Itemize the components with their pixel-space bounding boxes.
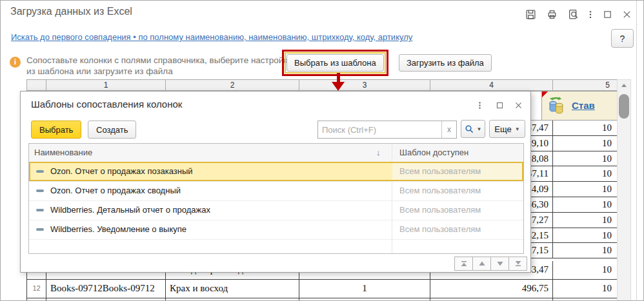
template-access: Всем пользователям [399,220,481,239]
search-input[interactable] [318,121,438,138]
rate-cell: 10 [552,136,617,151]
list-navigation [455,257,527,271]
search-icon [465,124,474,133]
search-clear-button[interactable]: x [441,121,456,138]
go-first-button[interactable] [454,257,473,271]
rate-cell: 10 [552,197,617,213]
search-options-button[interactable]: ▼ [461,120,485,138]
template-name: Wildberries. Уведомление о выкупе [50,220,186,239]
bg-table-row[interactable]: 12Books-09712Books-09712Крах и восход149… [1,280,617,298]
bg-table-row[interactable] [1,298,617,301]
go-down-button[interactable] [490,257,509,271]
close-icon [514,101,523,110]
rate-cell: 10 [552,166,617,182]
name-column-header[interactable]: Наименование [34,144,92,162]
sort-descending-icon: ↓ [376,144,381,162]
qty-cell [299,298,430,301]
template-access: Всем пользователям [399,162,481,181]
template-row-2[interactable]: Ozon. Отчет о продажах сводныйВсем польз… [29,181,523,201]
bg-column-header-2[interactable]: 2 [165,79,299,91]
code-cell: Books-09712Books-09712 [46,280,165,298]
templates-dialog: Шаблоны сопоставления колонок Выбрать Со… [20,91,531,273]
select-from-template-button[interactable]: Выбрать из шаблона [287,54,384,72]
close-button[interactable] [620,8,633,21]
rate-cell: 10 [552,121,617,136]
template-dash-icon [36,228,44,231]
dialog-maximize-button[interactable] [494,99,505,111]
more-actions-button[interactable]: Еще ▼ [489,120,525,138]
template-access: Всем пользователям [399,200,481,220]
rownum-cell: 12 [26,280,46,298]
rate-cell: 10 [552,261,617,280]
amount-cell [430,298,552,301]
info-message-line1: Сопоставьте колонки с полями справочника… [26,55,292,66]
bg-column-header-3[interactable]: 3 [299,79,430,91]
rate-cell [552,298,617,301]
print-button[interactable] [545,8,558,21]
template-row-4[interactable]: Wildberries. Уведомление о выкупеВсем по… [29,220,523,240]
code-cell [46,298,165,301]
title-cell [165,298,299,301]
search-field: x [317,121,457,139]
bg-column-header-rownum[interactable] [26,79,46,91]
info-icon: i [10,57,21,68]
template-dash-icon [36,189,44,192]
annotation-highlight-box: Выбрать из шаблона [282,50,388,76]
template-name: Ozon. Отчет о продажах сводный [50,181,181,200]
title-cell: Крах и восход [165,280,299,298]
templates-table-header: Наименование ↓ Шаблон доступен [29,144,523,162]
scrollbar-thumb[interactable] [619,94,629,119]
maximize-icon [496,101,504,110]
template-row-3[interactable]: Wildberries. Детальный отчет о продажахВ… [29,200,523,220]
rate-cell: 10 [552,213,617,228]
template-access: Всем пользователям [399,181,481,200]
dialog-create-button[interactable]: Создать [88,121,136,139]
save-button[interactable] [524,8,537,21]
more-menu-button[interactable] [586,8,595,21]
dialog-select-button[interactable]: Выбрать [31,121,81,139]
qty-cell: 1 [299,280,430,298]
close-icon [622,10,632,19]
default-button-ring: Выбрать из шаблона [285,52,386,73]
preview-button[interactable] [567,8,579,21]
mapped-field-link[interactable]: Став [572,100,595,111]
rate-cell: 10 [552,243,617,258]
go-first-icon [460,260,468,267]
template-name: Ozon. Отчет о продажах позаказный [50,162,193,181]
bg-column-header-4[interactable]: 4 [430,79,553,91]
print-icon [547,9,558,20]
rate-cell: 10 [552,280,617,298]
bg-column-header-5[interactable]: 5 [552,79,617,91]
dialog-more-button[interactable] [474,99,485,111]
load-from-file-button[interactable]: Загрузить из файла [399,54,492,72]
help-button[interactable]: ? [611,29,634,48]
go-last-button[interactable] [508,257,527,271]
vertical-scrollbar[interactable] [617,79,631,301]
go-down-icon [496,260,504,267]
access-column-header[interactable]: Шаблон доступен [399,144,468,162]
dialog-close-button[interactable] [512,99,524,111]
template-dash-icon [36,209,44,211]
chevron-down-icon: ▼ [515,126,520,132]
scroll-up-icon[interactable] [618,80,630,90]
rate-cell: 10 [552,151,617,167]
more-icon [476,101,484,110]
go-up-icon [478,260,486,267]
bg-column-header-1[interactable]: 1 [46,79,166,91]
template-row-1[interactable]: Ozon. Отчет о продажах позаказныйВсем по… [29,162,523,182]
more-actions-label: Еще [494,124,511,134]
go-last-icon [514,260,522,267]
search-mode-link[interactable]: Искать до первого совпадения • по полном… [11,32,412,42]
save-icon [525,9,536,20]
more-icon [586,9,595,20]
page-title: Загрузка данных из Excel [10,6,132,17]
go-up-button[interactable] [472,257,491,271]
rate-cell: 10 [552,228,617,244]
maximize-icon [603,10,612,19]
mapped-column-cell[interactable]: Став [541,91,617,121]
rate-cell: 10 [552,182,617,197]
rownum-cell [26,298,46,301]
annotation-arrow-head [332,82,345,91]
maximize-button[interactable] [601,8,614,21]
template-name: Wildberries. Детальный отчет о продажах [50,200,210,220]
